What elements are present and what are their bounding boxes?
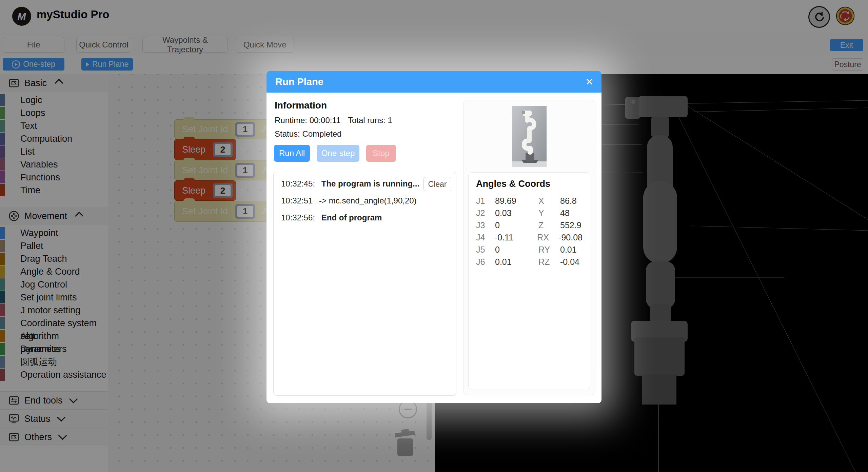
stop-button[interactable]: Stop	[366, 145, 396, 162]
robot-photo	[512, 106, 547, 167]
angles-coords-card: Angles & Coords J189.69 X86.8 J20.03 Y48…	[468, 172, 590, 389]
angles-row: J50 RY0.01	[476, 243, 583, 256]
total-runs-value: 1	[388, 116, 392, 125]
clear-log-button[interactable]: Clear	[423, 177, 451, 191]
status-value: Completed	[302, 129, 341, 138]
robot-state-panel: Angles & Coords J189.69 X86.8 J20.03 Y48…	[463, 100, 595, 395]
run-plane-dialog: Run Plane ✕ Information Runtime: 00:00:1…	[267, 71, 601, 403]
runtime-value: 00:00:11	[310, 116, 341, 125]
angles-coords-heading: Angles & Coords	[476, 179, 583, 189]
dialog-header: Run Plane ✕	[267, 71, 601, 93]
runtime-line: Runtime: 00:00:11 Total runs: 1	[275, 116, 392, 125]
run-log-panel: Clear 10:32:45: The program is running..…	[273, 172, 456, 396]
app-root: M myStudio Pro File Quick Control Wa	[0, 0, 868, 472]
angles-row: J4-0.11 RX-90.08	[476, 231, 583, 243]
run-controls: Run All One-step Stop	[274, 145, 396, 162]
close-icon[interactable]: ✕	[586, 71, 593, 93]
angles-row: J60.01 RZ-0.04	[476, 256, 583, 268]
angles-row: J189.69 X86.8	[476, 195, 583, 207]
angles-row: J20.03 Y48	[476, 207, 583, 219]
status-line: Status: Completed	[275, 129, 341, 139]
run-all-button[interactable]: Run All	[274, 145, 310, 162]
information-heading: Information	[275, 100, 327, 111]
dialog-title: Run Plane	[275, 76, 323, 87]
log-entry: 10:32:56: End of program	[281, 213, 449, 222]
one-step-button[interactable]: One-step	[317, 145, 359, 162]
angles-row: J30 Z552.9	[476, 219, 583, 231]
log-entry: 10:32:51 -> mc.send_angle(1,90,20)	[281, 196, 449, 205]
